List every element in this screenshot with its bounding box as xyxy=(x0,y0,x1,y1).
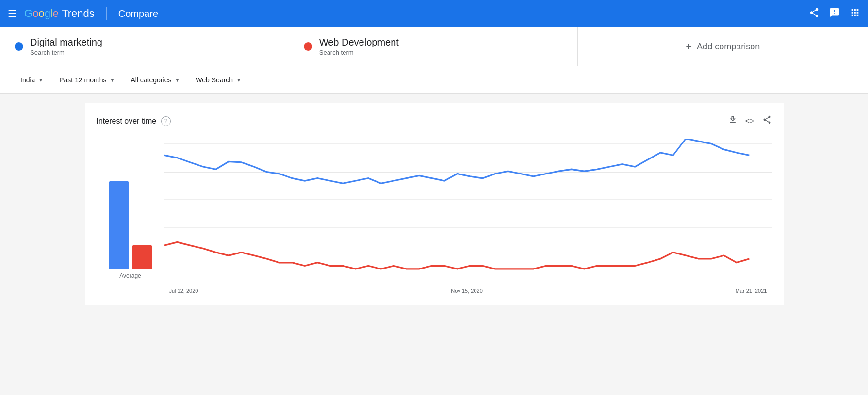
search-type-filter[interactable]: Web Search ▼ xyxy=(190,73,247,87)
term-1-text: Digital marketing Search term xyxy=(30,37,102,56)
red-bar xyxy=(132,245,152,269)
search-term-1[interactable]: Digital marketing Search term xyxy=(0,27,289,66)
category-arrow: ▼ xyxy=(174,77,180,83)
add-comparison-label: Add comparison xyxy=(697,42,760,52)
region-arrow: ▼ xyxy=(38,77,44,83)
search-term-2[interactable]: Web Development Search term xyxy=(289,27,578,66)
chart-title: Interest over time xyxy=(97,117,157,126)
download-icon[interactable] xyxy=(728,115,737,127)
menu-icon[interactable]: ☰ xyxy=(8,8,16,19)
term-2-sublabel: Search term xyxy=(319,49,399,56)
term-2-text: Web Development Search term xyxy=(319,37,399,56)
line-overlay xyxy=(164,139,772,279)
chart-section: Interest over time ? <> xyxy=(85,103,784,305)
help-icon[interactable]: ? xyxy=(161,116,171,126)
region-label: India xyxy=(20,76,35,84)
apps-icon[interactable] xyxy=(850,7,860,20)
term-1-sublabel: Search term xyxy=(30,49,102,56)
header-actions xyxy=(809,7,860,20)
app-header: ☰ Google Trends Compare xyxy=(0,0,868,27)
plus-icon: + xyxy=(686,40,692,53)
app-logo: Google Trends xyxy=(24,7,95,20)
header-divider xyxy=(106,7,107,20)
x-labels: Jul 12, 2020 Nov 15, 2020 Mar 21, 2021 xyxy=(164,288,772,294)
chart-actions: <> xyxy=(728,115,772,127)
chart-header: Interest over time ? <> xyxy=(97,115,772,127)
search-type-label: Web Search xyxy=(196,76,233,84)
x-label-2: Nov 15, 2020 xyxy=(451,288,482,294)
time-arrow: ▼ xyxy=(110,77,115,83)
chart-title-row: Interest over time ? xyxy=(97,116,171,126)
term-1-dot xyxy=(15,42,23,51)
search-terms-bar: Digital marketing Search term Web Develo… xyxy=(0,27,868,66)
add-comparison-button[interactable]: + Add comparison xyxy=(578,27,868,66)
bar-chart-area: Average xyxy=(97,139,164,294)
region-filter[interactable]: India ▼ xyxy=(15,73,49,87)
x-label-1: Jul 12, 2020 xyxy=(169,288,198,294)
filter-bar: India ▼ Past 12 months ▼ All categories … xyxy=(0,66,868,94)
chart-share-icon[interactable] xyxy=(762,115,772,127)
embed-icon[interactable]: <> xyxy=(745,117,754,126)
blue-bar xyxy=(109,181,129,269)
time-filter[interactable]: Past 12 months ▼ xyxy=(53,73,121,87)
category-label: All categories xyxy=(131,76,171,84)
bar-label: Average xyxy=(119,272,141,279)
page-title: Compare xyxy=(118,8,158,19)
bar-chart-bars xyxy=(109,162,152,269)
time-label: Past 12 months xyxy=(59,76,106,84)
x-label-3: Mar 21, 2021 xyxy=(736,288,767,294)
term-1-label: Digital marketing xyxy=(30,37,102,48)
main-content: Interest over time ? <> xyxy=(0,94,868,336)
chart-container: Average 100 75 50 25 xyxy=(97,139,772,294)
term-2-label: Web Development xyxy=(319,37,399,48)
line-chart-area: 100 75 50 25 Jul 12, 2020 Nov 15, 2020 xyxy=(164,139,772,294)
category-filter[interactable]: All categories ▼ xyxy=(125,73,186,87)
share-icon[interactable] xyxy=(809,7,819,20)
feedback-icon[interactable] xyxy=(829,7,840,20)
term-2-dot xyxy=(304,42,312,51)
search-type-arrow: ▼ xyxy=(236,77,242,83)
help-label: ? xyxy=(164,118,168,125)
